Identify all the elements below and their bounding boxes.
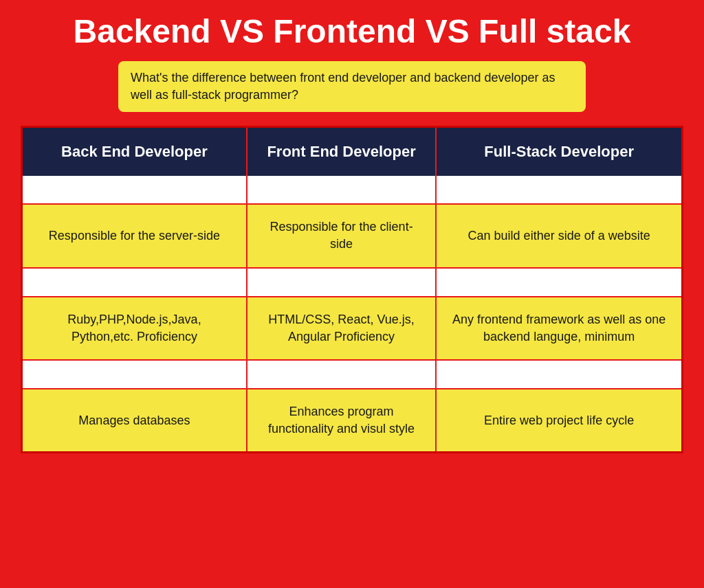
subtitle-text: What's the difference between front end …	[131, 71, 556, 102]
table-header-row: Back End Developer Front End Developer F…	[23, 128, 681, 176]
header-frontend: Front End Developer	[247, 128, 436, 176]
cell-r3-c0: Ruby,PHP,Node.js,Java, Python,etc. Profi…	[23, 297, 247, 360]
cell-r4-c1	[247, 360, 436, 389]
table-row	[23, 360, 681, 389]
cell-r0-c2	[436, 176, 681, 204]
cell-r2-c2	[436, 268, 681, 297]
cell-r4-c0	[23, 360, 247, 389]
header-backend: Back End Developer	[23, 128, 247, 176]
table-row: Ruby,PHP,Node.js,Java, Python,etc. Profi…	[23, 297, 681, 360]
cell-r3-c1: HTML/CSS, React, Vue.js, Angular Profici…	[247, 297, 436, 360]
page-title: Backend VS Frontend VS Full stack	[74, 14, 631, 50]
cell-r0-c1	[247, 176, 436, 204]
comparison-table-wrapper: Back End Developer Front End Developer F…	[21, 126, 683, 453]
cell-r1-c0: Responsible for the server-side	[23, 204, 247, 267]
header-fullstack: Full-Stack Developer	[436, 128, 681, 176]
cell-r4-c2	[436, 360, 681, 389]
table-row	[23, 268, 681, 297]
cell-r0-c0	[23, 176, 247, 204]
cell-r5-c2: Entire web project life cycle	[436, 389, 681, 451]
cell-r2-c1	[247, 268, 436, 297]
cell-r2-c0	[23, 268, 247, 297]
cell-r5-c1: Enhances program functionality and visul…	[247, 389, 436, 451]
table-row	[23, 176, 681, 204]
subtitle-box: What's the difference between front end …	[118, 61, 586, 112]
cell-r1-c1: Responsible for the client-side	[247, 204, 436, 267]
table-row: Responsible for the server-sideResponsib…	[23, 204, 681, 267]
cell-r1-c2: Can build either side of a website	[436, 204, 681, 267]
table-row: Manages databasesEnhances program functi…	[23, 389, 681, 451]
cell-r3-c2: Any frontend framework as well as one ba…	[436, 297, 681, 360]
cell-r5-c0: Manages databases	[23, 389, 247, 451]
comparison-table: Back End Developer Front End Developer F…	[21, 126, 683, 453]
